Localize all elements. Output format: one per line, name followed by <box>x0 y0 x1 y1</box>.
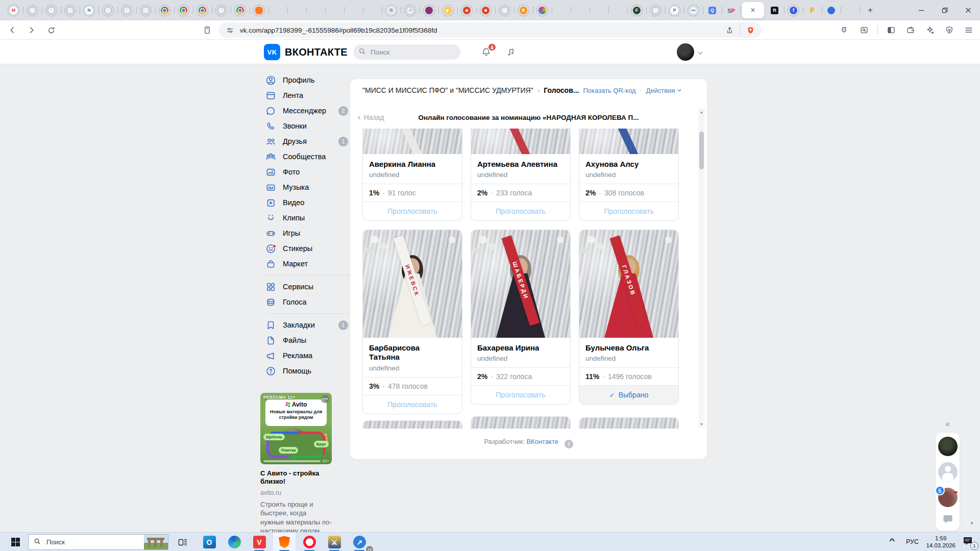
taskbar-app-opera[interactable] <box>298 533 321 551</box>
vk-search[interactable] <box>353 44 460 60</box>
sidebar-item-help[interactable]: Помощь <box>265 363 352 379</box>
forward-icon[interactable] <box>26 24 38 36</box>
leo-ai-star-icon[interactable] <box>924 24 936 36</box>
actions-link[interactable]: Действия <box>646 87 682 94</box>
sidebar-item-messenger[interactable]: Мессенджер 2 <box>265 103 352 118</box>
back-icon[interactable] <box>6 24 18 36</box>
task-view-icon[interactable] <box>176 536 189 549</box>
browser-tab[interactable]: R <box>765 3 784 18</box>
site-settings-icon[interactable] <box>224 24 236 36</box>
scroll-down-icon[interactable]: ▼ <box>698 420 705 428</box>
browser-tab[interactable] <box>61 3 80 18</box>
ad-domain[interactable]: avito.ru <box>260 489 332 496</box>
browser-tab[interactable] <box>155 3 174 18</box>
browser-tab[interactable]: F <box>627 3 646 18</box>
sidebar-item-profile[interactable]: Профиль <box>265 72 352 88</box>
candidate-photo[interactable]: ИЖЕВСК <box>363 230 462 338</box>
scrollbar-thumb[interactable] <box>699 132 704 169</box>
browser-tab[interactable] <box>136 3 155 18</box>
music-icon[interactable] <box>505 46 517 58</box>
browser-tab[interactable] <box>552 3 571 18</box>
info-icon[interactable]: i <box>565 440 573 448</box>
address-bar[interactable]: vk.com/app7198399_-61555986#poll69b19c82… <box>218 22 762 38</box>
browser-tab[interactable]: ▶ <box>438 3 457 18</box>
candidate-photo[interactable]: ГЛАЗОВ <box>579 230 678 338</box>
browser-tab[interactable] <box>344 3 363 18</box>
brave-shields-icon[interactable] <box>744 24 756 36</box>
share-icon[interactable] <box>723 24 736 36</box>
browser-tab[interactable]: M <box>4 3 23 18</box>
sidebar-item-market[interactable]: Маркет <box>265 256 352 271</box>
reading-list-icon[interactable] <box>201 24 213 36</box>
browser-tab[interactable] <box>476 3 495 18</box>
browser-tab[interactable] <box>420 3 438 18</box>
search-highlight-image[interactable] <box>144 535 168 549</box>
taskbar-app-edge[interactable] <box>223 533 246 551</box>
browser-tab[interactable]: f <box>784 3 803 18</box>
vote-button[interactable]: Проголосовать <box>579 202 678 220</box>
taskbar-app-chart-70[interactable]: ↗70 <box>348 533 371 551</box>
browser-tab[interactable] <box>287 3 306 18</box>
profile-chevron-down-icon[interactable] <box>697 49 703 58</box>
sidebar-item-stickers[interactable]: Стикеры <box>265 241 352 256</box>
candidate-photo[interactable] <box>579 417 679 429</box>
browser-tab[interactable] <box>117 3 136 18</box>
taskbar-search[interactable] <box>28 534 168 550</box>
breadcrumb-community[interactable]: "МИСС И МИССИС ПФО" и "МИССИС УДМУРТИЯ" <box>362 86 533 94</box>
browser-tab[interactable] <box>193 3 212 18</box>
browser-tab[interactable] <box>590 3 608 18</box>
candidate-photo[interactable] <box>471 416 571 429</box>
sidebar-item-ads[interactable]: Реклама <box>265 348 352 363</box>
candidate-photo[interactable] <box>471 129 570 154</box>
menu-hamburger-icon[interactable] <box>963 24 975 36</box>
sidebar-item-music[interactable]: Музыка <box>265 180 352 195</box>
new-tab-button[interactable]: + <box>863 3 878 18</box>
browser-tab[interactable] <box>268 3 287 18</box>
sidebar-item-games[interactable]: Игры <box>265 226 352 241</box>
sidebar-item-friends[interactable]: Друзья 1 <box>265 134 352 149</box>
taskbar-app-lords-game[interactable]: ⚔ <box>323 533 346 551</box>
browser-tab[interactable] <box>457 3 476 18</box>
start-button[interactable] <box>5 533 26 551</box>
sidebar-item-video[interactable]: Видео <box>265 195 352 210</box>
sidebar-item-photos[interactable]: Фото <box>265 164 352 180</box>
candidate-photo[interactable]: ШАБЕРДИ <box>471 230 570 338</box>
ad-title[interactable]: С Авито - стройка близко! <box>260 469 332 486</box>
browser-tab[interactable] <box>822 3 841 18</box>
browser-tab[interactable] <box>571 3 590 18</box>
browser-tab[interactable]: B <box>382 3 401 18</box>
dock-scroll-down-icon[interactable]: ▼ <box>969 520 974 526</box>
sidebar-item-communities[interactable]: Сообщества <box>265 149 352 164</box>
vote-button[interactable]: Проголосовать <box>363 202 462 220</box>
window-minimize-icon[interactable] <box>910 0 933 20</box>
window-close-icon[interactable] <box>957 0 980 20</box>
dock-avatar[interactable]: ♥♥ 5 <box>938 488 958 507</box>
dock-avatar[interactable] <box>938 437 958 456</box>
browser-tab[interactable] <box>231 3 250 18</box>
browser-tab[interactable] <box>23 3 42 18</box>
sidebar-item-calls[interactable]: Звонки <box>265 118 352 134</box>
browser-tab[interactable] <box>99 3 117 18</box>
taskbar-search-input[interactable] <box>45 538 122 546</box>
browser-tab[interactable] <box>608 3 627 18</box>
taskbar-app-vivaldi[interactable]: V <box>248 533 271 551</box>
browser-tab[interactable] <box>495 3 514 18</box>
browser-tab[interactable]: ibb <box>684 3 703 18</box>
browser-tab[interactable] <box>646 3 665 18</box>
candidate-photo[interactable] <box>363 129 462 154</box>
search-in-tab-icon[interactable] <box>858 24 870 36</box>
vote-button[interactable]: Проголосовать <box>471 202 570 220</box>
reload-icon[interactable] <box>45 24 57 36</box>
browser-tab[interactable]: F <box>803 3 822 18</box>
app-scrollbar[interactable]: ▲ ▼ <box>698 108 705 428</box>
browser-tab[interactable]: N <box>80 3 99 18</box>
language-indicator[interactable]: РУС <box>906 538 919 545</box>
scroll-up-icon[interactable]: ▲ <box>698 108 705 115</box>
active-tab[interactable]: ✕ <box>742 2 764 18</box>
browser-tab[interactable] <box>250 3 268 18</box>
window-restore-icon[interactable] <box>933 0 957 20</box>
browser-tab[interactable] <box>174 3 193 18</box>
taskbar-app-brave[interactable] <box>273 533 296 551</box>
sidebar-toggle-icon[interactable] <box>885 24 897 36</box>
browser-tab[interactable]: B <box>514 3 533 18</box>
